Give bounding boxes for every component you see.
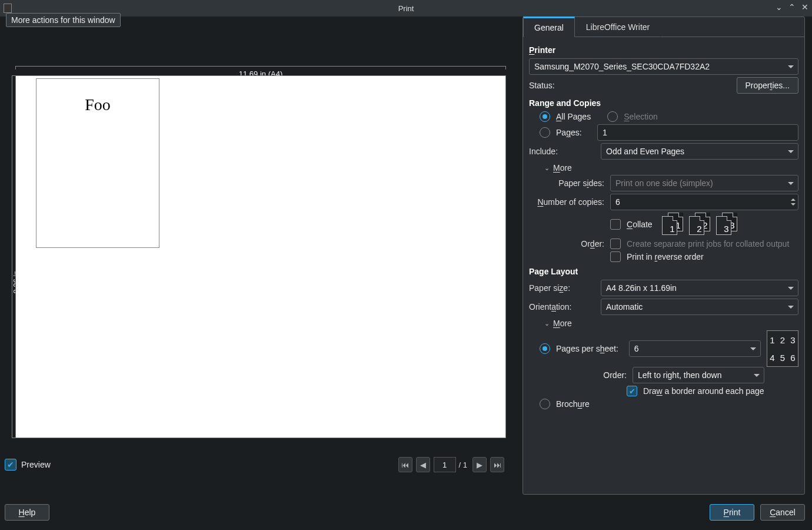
collate-checkbox[interactable]: [610, 219, 621, 230]
chevron-down-icon: [788, 306, 794, 312]
reverse-order-label: Print in reverse order: [627, 252, 704, 261]
chevron-down-icon: ⌄: [544, 164, 550, 172]
n-up-cell-1: Foo: [36, 78, 159, 248]
chevron-down-icon: [788, 287, 794, 293]
paper-sides-label: Paper sides:: [529, 178, 604, 188]
next-page-button[interactable]: ▶: [472, 457, 487, 472]
chevron-down-icon: [754, 374, 760, 380]
range-heading: Range and Copies: [529, 98, 798, 108]
minimize-icon[interactable]: ⌄: [776, 2, 783, 12]
ruler-horizontal: [15, 66, 506, 67]
pages-label: Pages:: [556, 128, 591, 137]
cancel-button[interactable]: Cancel: [760, 504, 805, 521]
pages-per-sheet-radio[interactable]: [540, 343, 550, 354]
include-select[interactable]: Odd and Even Pages: [601, 143, 798, 160]
copies-spinner[interactable]: [789, 195, 797, 209]
first-page-button[interactable]: ⏮: [398, 457, 412, 472]
brochure-radio[interactable]: [540, 399, 550, 409]
chevron-down-icon: ⌄: [544, 320, 550, 327]
layout-more-expander[interactable]: ⌄ More: [534, 319, 798, 328]
print-button[interactable]: Print: [710, 504, 754, 521]
order-label: Order:: [529, 239, 604, 249]
all-pages-label: All Pages: [556, 112, 591, 121]
n-up-preview: 123 456: [767, 330, 798, 367]
properties-button[interactable]: Properties...: [737, 77, 799, 94]
settings-panel: General LibreOffice Writer Printer Samsu…: [523, 16, 805, 495]
window-title: Print: [398, 4, 414, 13]
last-page-button[interactable]: ⏭: [490, 457, 504, 472]
preview-label: Preview: [21, 460, 51, 469]
chevron-down-icon: [750, 347, 756, 353]
all-pages-radio[interactable]: [540, 111, 550, 122]
draw-border-label: Draw a border around each page: [643, 386, 764, 396]
preview-checkbox[interactable]: ✔: [5, 459, 16, 471]
layout-order-label: Order:: [598, 370, 627, 380]
status-label: Status:: [529, 81, 555, 90]
close-icon[interactable]: ✕: [801, 2, 808, 12]
pages-per-sheet-label: Pages per sheet:: [556, 344, 623, 353]
copies-label: Number of copies:: [529, 197, 604, 207]
include-label: Include:: [529, 147, 595, 156]
help-button[interactable]: Help: [5, 504, 49, 521]
document-content: Foo: [36, 95, 159, 114]
prev-page-button[interactable]: ◀: [416, 457, 430, 472]
pages-radio[interactable]: [540, 127, 550, 138]
layout-heading: Page Layout: [529, 267, 798, 276]
orientation-select[interactable]: Automatic: [601, 299, 798, 315]
printer-select[interactable]: Samsung_M2070_Series_SEC30CDA7FD32A2: [529, 58, 798, 75]
selection-label: Selection: [624, 112, 658, 121]
preview-sheet: Foo: [15, 75, 506, 438]
tab-general[interactable]: General: [523, 16, 575, 37]
reverse-order-checkbox[interactable]: [610, 251, 621, 262]
paper-size-select[interactable]: A4 8.26in x 11.69in: [601, 280, 798, 296]
paper-size-label: Paper size:: [529, 283, 595, 293]
separate-jobs-checkbox: [610, 238, 621, 249]
tab-bar: General LibreOffice Writer: [523, 17, 804, 37]
maximize-icon[interactable]: ⌃: [788, 2, 796, 12]
chevron-down-icon: [788, 65, 794, 71]
layout-order-select[interactable]: Left to right, then down: [633, 367, 764, 383]
pages-per-sheet-select[interactable]: 6: [629, 340, 761, 357]
preview-pane: 11.69 in (A4) 8.26 in Foo ✔ Preview ⏮ ◀ …: [0, 16, 517, 499]
pages-input[interactable]: [597, 124, 798, 141]
range-more-expander[interactable]: ⌄ More: [534, 163, 798, 173]
draw-border-checkbox[interactable]: ✔: [627, 386, 637, 396]
printer-heading: Printer: [529, 45, 798, 55]
brochure-label: Brochure: [556, 399, 590, 409]
separate-jobs-label: Create separate print jobs for collated …: [627, 239, 789, 249]
document-icon: [4, 4, 12, 13]
paper-sides-select: Print on one side (simplex): [610, 175, 798, 191]
chevron-down-icon: [788, 150, 794, 156]
title-bar: Print ⌄ ⌃ ✕: [0, 0, 812, 16]
orientation-label: Orientation:: [529, 302, 595, 312]
collate-label: Collate: [627, 220, 653, 229]
selection-radio: [607, 111, 618, 122]
collate-illustration: 11 22 33: [662, 213, 740, 236]
page-total-label: / 1: [459, 461, 467, 469]
page-number-input[interactable]: [434, 457, 456, 472]
window-menu-tooltip: More actions for this window: [6, 13, 121, 27]
chevron-down-icon: [788, 182, 794, 188]
copies-input[interactable]: 6: [610, 194, 798, 210]
tab-writer[interactable]: LibreOffice Writer: [575, 17, 661, 37]
ruler-vertical: [12, 75, 12, 438]
